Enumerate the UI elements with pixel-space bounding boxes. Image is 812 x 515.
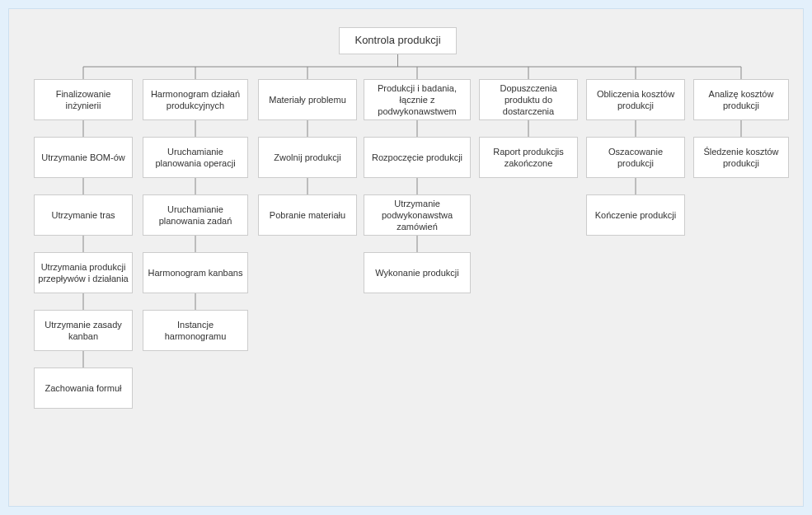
col0-item4: Zachowania formuł [34,368,133,409]
col-head-5: Obliczenia kosztów produkcji [586,79,685,120]
col-head-4: Dopuszczenia produktu do dostarczenia [479,79,578,120]
col-head-0: Finalizowanie inżynierii [34,79,133,120]
col1-item0: Uruchamianie planowania operacji [143,137,248,178]
col3-item2: Wykonanie produkcji [364,252,471,293]
col5-item0: Oszacowanie produkcji [586,137,685,178]
root-node: Kontrola produkcji [339,27,457,54]
col-head-2: Materiały problemu [258,79,357,120]
diagram-frame: Kontrola produkcji Finalizowanie inżynie… [8,8,804,507]
col0-item2: Utrzymania produkcji przepływów i działa… [34,252,133,293]
col0-item3: Utrzymanie zasady kanban [34,310,133,351]
col-head-3: Produkcji i badania, łącznie z podwykona… [364,79,471,120]
col2-item0: Zwolnij produkcji [258,137,357,178]
col5-item1: Kończenie produkcji [586,194,685,236]
col1-item1: Uruchamianie planowania zadań [143,194,248,236]
col-head-1: Harmonogram działań produkcyjnych [143,79,248,120]
col3-item0: Rozpoczęcie produkcji [364,137,471,178]
col0-item1: Utrzymanie tras [34,194,133,236]
col0-item0: Utrzymanie BOM-ów [34,137,133,178]
col1-item2: Harmonogram kanbans [143,252,248,293]
col2-item1: Pobranie materiału [258,194,357,236]
col3-item1: Utrzymanie podwykonawstwa zamówień [364,194,471,236]
col-head-6: Analizę kosztów produkcji [693,79,789,120]
col6-item0: Śledzenie kosztów produkcji [693,137,789,178]
col4-item0: Raport produkcjis zakończone [479,137,578,178]
col1-item3: Instancje harmonogramu [143,310,248,351]
